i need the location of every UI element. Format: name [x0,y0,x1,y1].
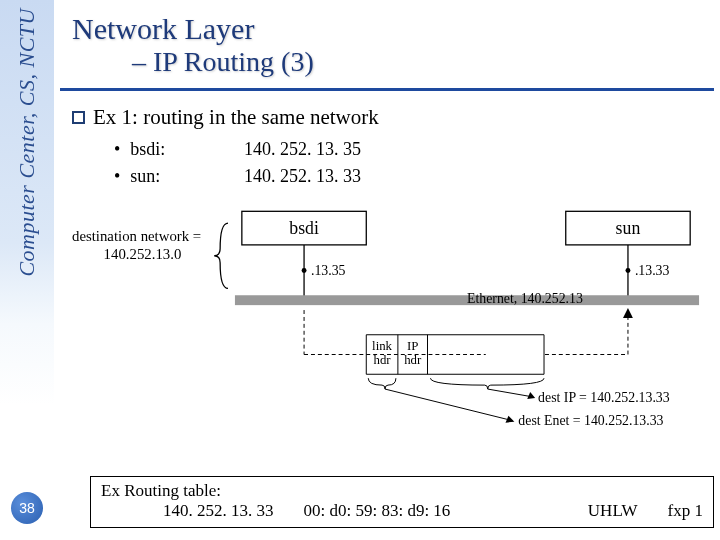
brace-icon [214,223,228,288]
dest-enet-label: dest Enet = 140.252.13.33 [518,413,663,428]
footer-row: 140. 252. 13. 33 00: d0: 59: 83: d9: 16 … [101,501,703,521]
host-left-label: bsdi [289,218,319,238]
ip-hdr-2: hdr [404,353,422,367]
dot-right-icon [625,268,630,273]
sub-name-1: sun: [114,163,204,190]
dot-left-icon [302,268,307,273]
page-number-badge: 38 [11,492,43,524]
network-diagram: destination network = 140.252.13.0 bsdi … [72,200,704,430]
brace-enet-arrow [385,389,512,421]
brace-ip-arrow [488,389,533,397]
footer-flags: UHLW [588,501,638,521]
section-heading-row: Ex 1: routing in the same network [72,105,704,130]
footer-mac: 00: d0: 59: 83: d9: 16 [304,501,451,521]
iface-right: .13.33 [635,263,670,278]
dest-net-label: destination network = [72,228,201,244]
sub-list: bsdi: 140. 252. 13. 35 sun: 140. 252. 13… [72,130,704,190]
content-area: Network Layer – IP Routing (3) Ex 1: rou… [60,8,714,434]
sidebar-org-text: Computer Center, CS, NCTU [14,8,40,277]
dest-net-value: 140.252.13.0 [104,246,182,262]
sub-ip-0: 140. 252. 13. 35 [244,136,361,163]
title-line-1: Network Layer [72,12,702,46]
sub-row-0: bsdi: 140. 252. 13. 35 [114,136,704,163]
footer-ip: 140. 252. 13. 33 [163,501,274,521]
host-right-label: sun [616,218,641,238]
brace-enet-icon [368,378,396,389]
sub-ip-1: 140. 252. 13. 33 [244,163,361,190]
sub-row-1: sun: 140. 252. 13. 33 [114,163,704,190]
footer-title: Ex Routing table: [101,481,703,501]
body-block: Ex 1: routing in the same network bsdi: … [60,91,714,434]
brace-ip-arrowhead-icon [527,392,535,399]
section-heading: Ex 1: routing in the same network [93,105,379,130]
link-hdr-1: link [372,339,393,353]
dest-ip-label: dest IP = 140.252.13.33 [538,390,670,405]
footer-routing-box: Ex Routing table: 140. 252. 13. 33 00: d… [90,476,714,528]
sub-name-0: bsdi: [114,136,204,163]
iface-left: .13.35 [311,263,346,278]
arrowhead-icon [623,308,633,318]
brace-ip-icon [430,378,544,389]
link-hdr-2: hdr [374,353,392,367]
sidebar: Computer Center, CS, NCTU 38 [0,0,54,540]
title-block: Network Layer – IP Routing (3) [60,8,714,91]
ethernet-label: Ethernet, 140.252.13 [467,291,583,306]
title-line-2: – IP Routing (3) [72,46,702,78]
footer-iface: fxp 1 [668,501,703,521]
ip-hdr-1: IP [407,339,418,353]
square-bullet-icon [72,111,85,124]
